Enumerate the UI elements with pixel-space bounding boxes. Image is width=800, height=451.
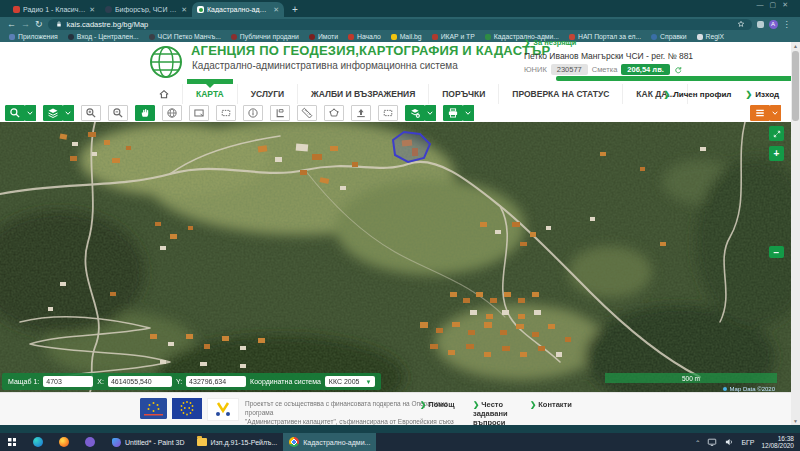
print-tool-button[interactable] <box>443 105 463 121</box>
tray-language[interactable]: БГР <box>741 439 754 446</box>
back-icon[interactable]: ← <box>7 18 16 30</box>
map-viewport[interactable]: + − Мащаб 1: X: Y: Координатна система К… <box>0 122 791 392</box>
bookmark-item[interactable]: RegiX <box>697 33 725 40</box>
contacts-link[interactable]: ❯Контакти <box>530 400 590 409</box>
new-tab-button[interactable]: + <box>292 2 298 17</box>
bookmark-label: Справки <box>660 33 687 40</box>
previous-extent-tool-button[interactable] <box>216 105 236 121</box>
map-zoom-out-button[interactable]: − <box>769 246 784 258</box>
scroll-down-arrow[interactable]: ▼ <box>791 417 800 425</box>
zoom-in-tool-button[interactable] <box>81 105 101 121</box>
agency-logo-globe <box>148 44 184 80</box>
attribution-dot <box>723 387 727 391</box>
bookmark-item[interactable]: НАП Портал за ел... <box>569 33 641 40</box>
bookmark-item[interactable]: Имоти <box>309 33 338 40</box>
scrollbar-thumb[interactable] <box>792 51 799 121</box>
taskbar-chrome-active[interactable]: Кадастрално-адми... <box>283 433 376 451</box>
upload-tool-button[interactable] <box>351 105 371 121</box>
select-tool-button[interactable] <box>378 105 398 121</box>
tab-close-icon[interactable]: ✕ <box>181 6 187 14</box>
reload-icon[interactable]: ↻ <box>35 18 43 30</box>
full-extent-tool-button[interactable] <box>162 105 182 121</box>
tab-close-icon[interactable]: ✕ <box>89 6 95 14</box>
tab-proverka-status[interactable]: ПРОВЕРКА НА СТАТУС <box>498 84 622 104</box>
home-icon[interactable] <box>158 88 170 100</box>
taskbar-paint3d[interactable]: Untitled* - Paint 3D <box>106 433 191 451</box>
profile-link[interactable]: ❯Личен профил <box>663 90 731 99</box>
tab-zhalbi[interactable]: ЖАЛБИ И ВЪЗРАЖЕНИЯ <box>297 84 428 104</box>
chrome-icon <box>289 437 299 447</box>
extension-icon[interactable] <box>757 21 764 28</box>
window-controls[interactable]: —▢✕ <box>757 1 794 9</box>
unik-value-badge: 230577 <box>551 64 588 75</box>
bookmark-label: Вход - Централен... <box>77 33 139 40</box>
bookmark-item[interactable]: Справки <box>651 33 687 40</box>
tab-title: Бифорсър, ЧСИ Петко Манчър... <box>115 6 178 13</box>
edge-icon[interactable] <box>30 433 46 451</box>
tray-monitor-icon[interactable] <box>707 437 717 447</box>
zoom-rect-tool-button[interactable] <box>189 105 209 121</box>
layers-tool-dropdown[interactable] <box>63 105 74 121</box>
tray-speaker-icon[interactable] <box>724 437 734 447</box>
logout-link[interactable]: ❯Изход <box>745 90 779 99</box>
tab-close-icon[interactable]: ✕ <box>273 6 279 14</box>
search-tool-button[interactable] <box>5 105 25 121</box>
tray-chevron-icon[interactable]: ⌃ <box>695 439 700 446</box>
viber-icon[interactable] <box>82 433 98 451</box>
legend-menu-dropdown[interactable] <box>770 105 781 121</box>
page-scrollbar[interactable]: ▲ ▼ <box>791 42 800 425</box>
tab-uslugi[interactable]: УСЛУГИ <box>237 84 297 104</box>
zoom-out-tool-button[interactable] <box>108 105 128 121</box>
tab-poruchki[interactable]: ПОРЪЧКИ <box>428 84 498 104</box>
bookmark-item[interactable]: ИКАР и ТР <box>432 33 475 40</box>
bookmark-label: ИКАР и ТР <box>441 33 475 40</box>
print-tool-dropdown[interactable] <box>463 105 474 121</box>
bookmark-favicon <box>432 34 438 40</box>
start-button[interactable] <box>4 433 20 451</box>
y-coordinate-input[interactable] <box>186 376 246 387</box>
taskbar-folder[interactable]: Изп.д.91-15-Рейлъ... <box>191 433 284 451</box>
bookmark-label: RegiX <box>706 33 725 40</box>
tab-bailiff[interactable]: Бифорсър, ЧСИ Петко Манчър... ✕ <box>100 2 192 17</box>
search-tool-dropdown[interactable] <box>25 105 36 121</box>
combined-services-dropdown[interactable] <box>425 105 436 121</box>
bookmark-favicon <box>348 34 354 40</box>
bookmark-item[interactable]: Начало <box>348 33 381 40</box>
faq-link[interactable]: ❯Често задавани въпроси <box>473 400 533 427</box>
bookmark-star-icon[interactable] <box>737 20 745 28</box>
url-bar[interactable]: kais.cadastre.bg/bg/Map <box>48 19 752 30</box>
bookmark-item[interactable]: Mail.bg <box>391 33 422 40</box>
x-coordinate-input[interactable] <box>108 376 172 387</box>
forward-icon[interactable]: → <box>21 18 30 30</box>
tab-radio[interactable]: Радио 1 - Класическите хит... ✕ <box>8 2 100 17</box>
fullscreen-button[interactable] <box>769 126 784 141</box>
scroll-up-arrow[interactable]: ▲ <box>791 42 800 50</box>
user-name: Петко Иванов Мангърски ЧСИ - рег. № 881 <box>524 51 693 61</box>
folder-icon <box>197 438 207 446</box>
tab-karta[interactable]: КАРТА <box>182 84 237 104</box>
legend-menu-button[interactable] <box>750 105 770 121</box>
firefox-icon[interactable] <box>56 433 72 451</box>
tab-kais-active[interactable]: Кадастрално-административн... ✕ <box>192 2 284 17</box>
profile-avatar[interactable]: A <box>769 20 778 29</box>
tray-clock[interactable]: 16:38 12/08/2020 <box>761 435 794 450</box>
bookmark-item[interactable]: Приложения <box>9 33 58 40</box>
layers-tool-button[interactable] <box>43 105 63 121</box>
bookmark-item[interactable]: Вход - Централен... <box>68 33 139 40</box>
tab-favicon <box>13 6 20 13</box>
refresh-balance-icon[interactable] <box>674 66 682 74</box>
bookmark-item[interactable]: Публични продани <box>231 33 299 40</box>
crs-select[interactable]: ККС 2005▼ <box>325 376 376 387</box>
bookmark-item[interactable]: ЧСИ Петко Манчъ... <box>149 33 221 40</box>
help-link[interactable]: ❯Помощ <box>420 400 480 409</box>
scale-input[interactable] <box>43 376 93 387</box>
browser-menu-icon[interactable]: ⋮ <box>783 20 791 29</box>
pan-tool-button-active[interactable] <box>135 105 155 121</box>
coordinates-tool-button[interactable] <box>270 105 290 121</box>
measure-area-tool-button[interactable] <box>324 105 344 121</box>
info-tool-button[interactable] <box>243 105 263 121</box>
combined-services-button[interactable] <box>405 105 425 121</box>
measure-distance-tool-button[interactable] <box>297 105 317 121</box>
accessibility-link[interactable]: ❯За незрящи <box>524 38 576 47</box>
map-zoom-in-button[interactable]: + <box>769 146 784 161</box>
